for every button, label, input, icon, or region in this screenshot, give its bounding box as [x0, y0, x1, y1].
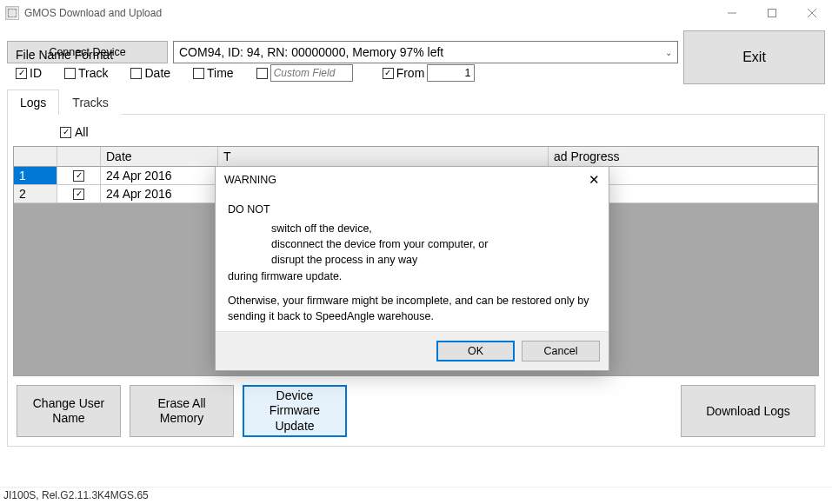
dialog-line: disconnect the device from your computer…: [228, 236, 596, 252]
dialog-line: during firmware update.: [228, 269, 596, 284]
ok-button[interactable]: OK: [436, 341, 515, 361]
dialog-title: WARNING: [224, 174, 276, 186]
modal-overlay: WARNING ✕ DO NOT switch off the device, …: [0, 0, 832, 504]
dialog-buttons: OK Cancel: [216, 331, 609, 370]
dialog-line: switch off the device,: [228, 221, 596, 236]
dialog-line: disrupt the process in any way: [228, 252, 596, 268]
dialog-titlebar: WARNING ✕: [216, 167, 609, 191]
dialog-donot: DO NOT: [228, 202, 596, 217]
dialog-line: Otherwise, your firmware might be incomp…: [228, 293, 596, 324]
close-icon[interactable]: ✕: [589, 172, 600, 188]
dialog-body: DO NOT switch off the device, disconnect…: [216, 191, 609, 331]
cancel-button[interactable]: Cancel: [522, 341, 600, 361]
warning-dialog: WARNING ✕ DO NOT switch off the device, …: [215, 166, 609, 371]
